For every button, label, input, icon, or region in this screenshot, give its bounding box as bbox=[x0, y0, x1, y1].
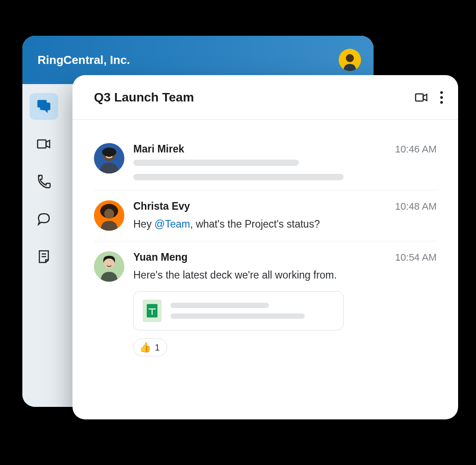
avatar[interactable] bbox=[94, 143, 124, 173]
sheets-icon bbox=[143, 300, 162, 322]
sidebar-item-messages[interactable] bbox=[30, 93, 58, 120]
svg-point-0 bbox=[346, 54, 354, 62]
message-item: Christa Evy 10:48 AM Hey @Team, what's t… bbox=[94, 190, 437, 241]
chat-icon bbox=[36, 98, 52, 114]
chat-header: Q3 Launch Team bbox=[72, 75, 458, 120]
company-name: RingCentral, Inc. bbox=[38, 53, 130, 67]
message-item: Mari Mirek 10:46 AM bbox=[94, 133, 437, 190]
speech-bubble-icon bbox=[36, 211, 52, 227]
start-video-icon[interactable] bbox=[414, 90, 429, 105]
mention[interactable]: @Team bbox=[154, 218, 190, 230]
avatar[interactable] bbox=[94, 200, 124, 231]
message-time: 10:46 AM bbox=[395, 144, 437, 155]
sidebar-item-video[interactable] bbox=[30, 131, 58, 157]
person-icon bbox=[97, 203, 121, 231]
chat-title: Q3 Launch Team bbox=[94, 90, 194, 105]
sidebar-item-notes[interactable] bbox=[30, 243, 58, 270]
phone-icon bbox=[36, 173, 52, 190]
chat-header-actions bbox=[414, 89, 445, 106]
avatar[interactable] bbox=[94, 251, 124, 282]
svg-point-10 bbox=[104, 209, 114, 219]
note-icon bbox=[36, 249, 52, 265]
person-icon bbox=[97, 254, 121, 282]
message-time: 10:48 AM bbox=[395, 201, 437, 212]
message-author: Christa Evy bbox=[133, 200, 190, 212]
video-icon bbox=[36, 136, 52, 152]
text-placeholder bbox=[133, 174, 344, 180]
attachment-text-placeholder bbox=[170, 303, 334, 319]
message-text: Hey @Team, what's the Project's status? bbox=[133, 217, 437, 231]
more-options-icon[interactable] bbox=[438, 89, 445, 106]
chat-panel: Q3 Launch Team Mari bbox=[72, 75, 458, 419]
message-author: Yuan Meng bbox=[133, 251, 187, 263]
reaction-button[interactable]: 👍 1 bbox=[133, 338, 167, 356]
profile-avatar[interactable] bbox=[339, 49, 361, 71]
attachment-card[interactable] bbox=[133, 291, 344, 330]
message-body: Mari Mirek 10:46 AM bbox=[133, 143, 437, 180]
text-placeholder bbox=[133, 160, 299, 166]
sidebar bbox=[22, 84, 65, 407]
svg-rect-6 bbox=[416, 94, 423, 101]
sidebar-item-sms[interactable] bbox=[30, 206, 58, 232]
svg-rect-2 bbox=[41, 103, 50, 110]
message-text: Here's the latest deck we're all working… bbox=[133, 268, 437, 282]
svg-point-8 bbox=[102, 148, 116, 156]
person-icon bbox=[342, 52, 358, 71]
message-body: Yuan Meng 10:54 AM Here's the latest dec… bbox=[133, 251, 437, 356]
message-body: Christa Evy 10:48 AM Hey @Team, what's t… bbox=[133, 200, 437, 231]
message-item: Yuan Meng 10:54 AM Here's the latest dec… bbox=[94, 241, 437, 366]
message-time: 10:54 AM bbox=[395, 252, 437, 263]
reaction-count: 1 bbox=[155, 342, 160, 353]
message-list: Mari Mirek 10:46 AM Christa Evy 10:48 AM bbox=[72, 120, 458, 380]
thumbs-up-emoji: 👍 bbox=[139, 342, 151, 353]
message-author: Mari Mirek bbox=[133, 143, 184, 155]
person-icon bbox=[97, 146, 121, 173]
sidebar-item-phone[interactable] bbox=[30, 168, 58, 195]
svg-rect-3 bbox=[38, 140, 46, 148]
